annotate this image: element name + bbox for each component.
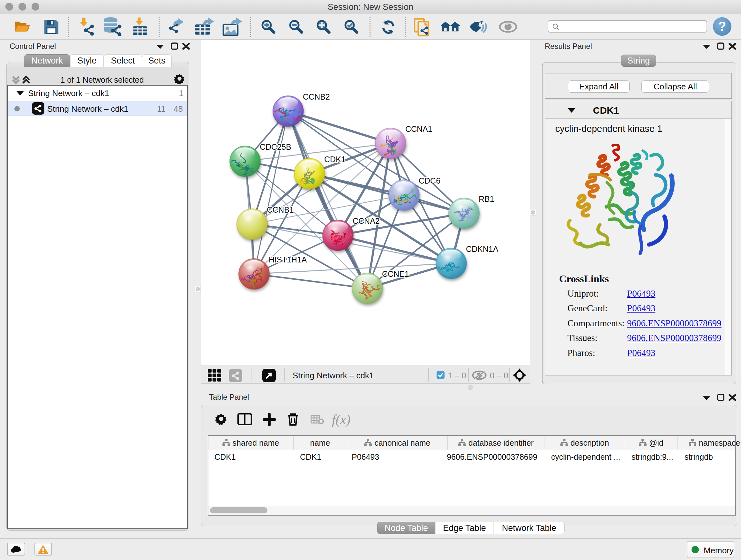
- svg-text:CCNA1: CCNA1: [405, 125, 432, 133]
- svg-text:CCNB2: CCNB2: [303, 92, 330, 101]
- svg-text:CDC6: CDC6: [419, 176, 441, 185]
- svg-text:CCNA2: CCNA2: [353, 216, 380, 226]
- svg-text:CDC25B: CDC25B: [260, 142, 291, 151]
- svg-text:CCNE1: CCNE1: [382, 269, 409, 278]
- svg-text:CDKN1A: CDKN1A: [466, 245, 498, 253]
- svg-text:HIST1H1A: HIST1H1A: [269, 255, 307, 264]
- svg-text:CDK1: CDK1: [324, 155, 346, 164]
- svg-text:RB1: RB1: [479, 194, 494, 203]
- svg-text:CCNB1: CCNB1: [267, 205, 294, 214]
